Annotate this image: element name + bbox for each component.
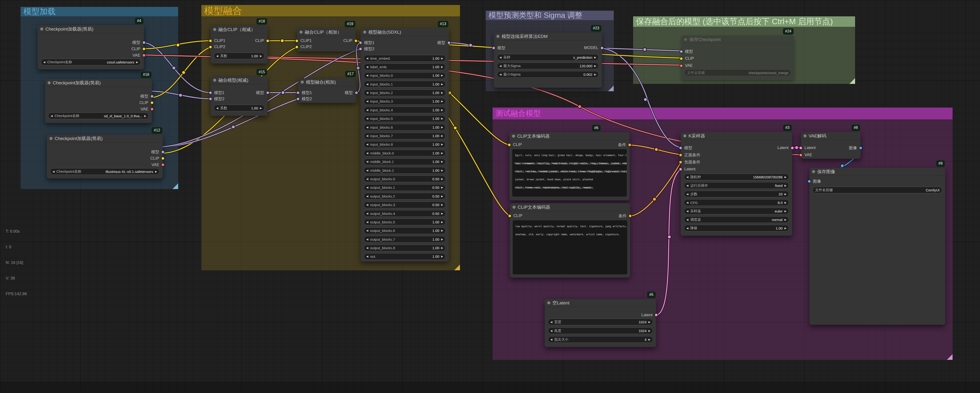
arrow-left-icon[interactable]: ◀ xyxy=(366,169,368,172)
port-dot-icon[interactable] xyxy=(266,39,269,43)
arrow-left-icon[interactable]: ◀ xyxy=(366,255,368,258)
arrow-left-icon[interactable]: ◀ xyxy=(366,74,368,77)
arrow-left-icon[interactable]: ◀ xyxy=(366,152,368,155)
port-dot-icon[interactable] xyxy=(266,91,269,94)
node-clip-merge-subtract-18[interactable]: #18 融合CLIP（相减） CLIP1CLIP2 CLIP ◀系数1.00▶ xyxy=(211,26,267,64)
arrow-right-icon[interactable]: ▶ xyxy=(441,126,443,129)
block-ratio-widget[interactable]: ◀middle_block.01.00▶ xyxy=(364,150,446,157)
arrow-left-icon[interactable]: ◀ xyxy=(366,177,368,181)
arrow-right-icon[interactable]: ▶ xyxy=(441,57,443,60)
port-dot-icon[interactable] xyxy=(359,47,362,51)
port-dot-icon[interactable] xyxy=(161,157,165,160)
arrow-left-icon[interactable]: ◀ xyxy=(366,246,368,249)
block-ratio-widget[interactable]: ◀output_blocks.81.00▶ xyxy=(364,245,446,251)
port-dot-icon[interactable] xyxy=(355,91,358,94)
port-dot-icon[interactable] xyxy=(150,101,154,104)
arrow-left-icon[interactable]: ◀ xyxy=(366,134,368,137)
block-ratio-widget[interactable]: ◀label_emb.1.00▶ xyxy=(364,64,446,70)
combo-widget[interactable]: ◀Checkpoint名称Illustrious-XL-v0.1.safeten… xyxy=(50,168,160,175)
node-checkpoint-loader-4[interactable]: #4 Checkpoint加载器(简易) 模型CLIPVAE ◀Checkpoi… xyxy=(38,25,144,69)
arrow-right-icon[interactable]: ▶ xyxy=(441,134,443,137)
arrow-left-icon[interactable]: ◀ xyxy=(686,176,688,179)
port-dot-icon[interactable] xyxy=(600,46,604,50)
arrow-left-icon[interactable]: ◀ xyxy=(550,321,552,324)
node-empty-latent-5[interactable]: #5 空Latent Latent ◀宽度1024▶◀高度1024▶◀批次大小4… xyxy=(545,299,656,347)
output-port[interactable]: CLIP xyxy=(150,155,161,161)
node-model-merge-subtract-15[interactable]: #15 融合模型(相减) 模型1模型2 模型 ◀系数1.00▶ xyxy=(211,76,267,116)
collapse-dot-icon[interactable] xyxy=(301,81,304,84)
collapse-dot-icon[interactable] xyxy=(213,28,216,31)
input-port[interactable]: 模型 xyxy=(682,144,692,151)
arrow-right-icon[interactable]: ▶ xyxy=(784,193,786,196)
port-dot-icon[interactable] xyxy=(296,97,300,101)
arrow-right-icon[interactable]: ▶ xyxy=(441,255,443,258)
output-port[interactable]: MODEL xyxy=(584,45,600,51)
output-port[interactable]: 模型 xyxy=(140,93,150,99)
arrow-right-icon[interactable]: ▶ xyxy=(441,109,443,112)
block-ratio-widget[interactable]: ◀output_blocks.10.50▶ xyxy=(364,184,446,191)
arrow-left-icon[interactable]: ◀ xyxy=(366,160,368,163)
arrow-left-icon[interactable]: ◀ xyxy=(366,117,368,120)
latent-size-widget[interactable]: ◀宽度1024▶ xyxy=(548,319,653,325)
block-ratio-widget[interactable]: ◀input_blocks.21.00▶ xyxy=(364,89,446,96)
output-port[interactable]: 条件 xyxy=(619,213,628,219)
block-ratio-widget[interactable]: ◀output_blocks.71.00▶ xyxy=(364,236,446,243)
sampler-widget[interactable]: ◀采样器euler▶ xyxy=(684,208,789,214)
arrow-right-icon[interactable]: ▶ xyxy=(784,176,786,179)
block-ratio-widget[interactable]: ◀input_blocks.71.00▶ xyxy=(364,133,446,139)
output-port[interactable]: CLIP xyxy=(139,99,150,106)
arrow-right-icon[interactable]: ▶ xyxy=(144,114,146,118)
arrow-right-icon[interactable]: ▶ xyxy=(441,66,443,69)
port-dot-icon[interactable] xyxy=(808,180,811,183)
port-dot-icon[interactable] xyxy=(150,94,154,98)
latent-size-widget[interactable]: ◀高度1024▶ xyxy=(548,328,653,334)
block-ratio-widget[interactable]: ◀time_embed.1.00▶ xyxy=(364,55,446,62)
node-model-sampling-edm-23[interactable]: #23 模型连续采样算法EDM 模型 MODEL ◀采样v_prediction… xyxy=(494,32,602,88)
input-port[interactable]: CLIP xyxy=(512,213,522,219)
collapse-dot-icon[interactable] xyxy=(512,206,515,209)
collapse-dot-icon[interactable] xyxy=(363,30,366,34)
collapse-dot-icon[interactable] xyxy=(49,137,52,140)
arrow-right-icon[interactable]: ▶ xyxy=(441,195,443,198)
arrow-right-icon[interactable]: ▶ xyxy=(784,184,786,187)
input-port[interactable]: CLIP xyxy=(511,142,522,148)
sampler-widget[interactable]: ◀运行后操作fixed▶ xyxy=(684,182,789,189)
input-port[interactable]: CLIP1 xyxy=(212,38,225,44)
port-dot-icon[interactable] xyxy=(295,45,299,49)
port-dot-icon[interactable] xyxy=(791,146,794,150)
output-port[interactable]: 模型 xyxy=(256,89,266,96)
output-port[interactable]: CLIP xyxy=(131,46,142,52)
arrow-left-icon[interactable]: ◀ xyxy=(686,201,688,204)
output-port[interactable]: VAE xyxy=(132,52,142,59)
arrow-right-icon[interactable]: ▶ xyxy=(441,74,443,77)
arrow-left-icon[interactable]: ◀ xyxy=(550,338,552,341)
arrow-left-icon[interactable]: ◀ xyxy=(43,61,45,64)
arrow-left-icon[interactable]: ◀ xyxy=(366,238,368,241)
arrow-left-icon[interactable]: ◀ xyxy=(366,203,368,206)
port-dot-icon[interactable] xyxy=(150,107,154,111)
port-dot-icon[interactable] xyxy=(142,54,146,57)
block-ratio-widget[interactable]: ◀input_blocks.81.00▶ xyxy=(364,141,446,148)
arrow-left-icon[interactable]: ◀ xyxy=(366,66,368,69)
port-dot-icon[interactable] xyxy=(679,50,683,53)
arrow-left-icon[interactable]: ◀ xyxy=(52,170,54,173)
block-ratio-widget[interactable]: ◀output_blocks.40.50▶ xyxy=(364,210,446,217)
input-port[interactable]: VAE xyxy=(803,151,812,158)
port-dot-icon[interactable] xyxy=(142,41,146,44)
input-port[interactable]: 图像 xyxy=(811,178,821,185)
arrow-left-icon[interactable]: ◀ xyxy=(366,212,368,215)
port-dot-icon[interactable] xyxy=(679,168,682,171)
block-ratio-widget[interactable]: ◀input_blocks.51.00▶ xyxy=(364,115,446,122)
sampler-widget[interactable]: ◀调度器normal▶ xyxy=(684,216,789,223)
block-ratio-widget[interactable]: ◀output_blocks.61.00▶ xyxy=(364,227,446,234)
latent-size-widget[interactable]: ◀批次大小4▶ xyxy=(548,336,653,343)
port-dot-icon[interactable] xyxy=(679,146,682,150)
block-ratio-widget[interactable]: ◀middle_block.21.00▶ xyxy=(364,167,446,174)
input-port[interactable]: 模型1 xyxy=(212,89,224,96)
arrow-left-icon[interactable]: ◀ xyxy=(366,195,368,198)
block-ratio-widget[interactable]: ◀out.1.00▶ xyxy=(364,253,446,260)
filename-prefix-widget[interactable]: ◀文件名前缀ComfyUI▶ xyxy=(813,187,942,193)
combo-widget[interactable]: ◀Checkpoint名称cosxl.safetensors▶ xyxy=(41,59,141,66)
output-port[interactable]: 模型 xyxy=(151,149,161,155)
node-checkpoint-loader-16[interactable]: #16 Checkpoint加载器(简易) 模型CLIPVAE ◀Checkpo… xyxy=(45,79,152,123)
